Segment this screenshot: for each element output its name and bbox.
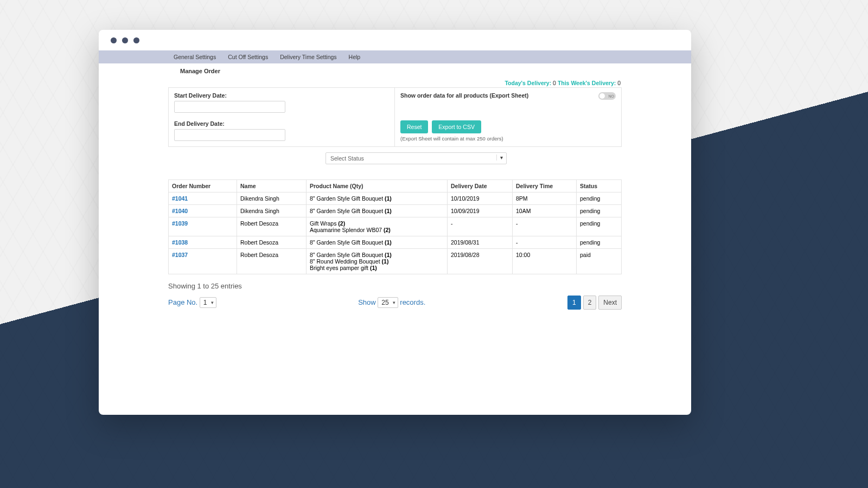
cell-status: paid: [577, 249, 622, 274]
page-button-2[interactable]: 2: [583, 296, 597, 310]
product-title: 8" Round Wedding Bouquet: [310, 258, 382, 265]
th-date: Delivery Date: [448, 180, 513, 192]
product-title: Gift Wraps: [310, 220, 338, 227]
end-date-input[interactable]: [174, 129, 285, 141]
export-note: (Export Sheet will contain at max 250 or…: [400, 136, 616, 142]
cell-date: 2019/08/31: [448, 236, 513, 249]
page-no-select[interactable]: 1: [200, 297, 216, 308]
nav-general-settings[interactable]: General Settings: [174, 54, 216, 60]
cell-status: pending: [577, 205, 622, 217]
cell-time: 8PM: [513, 192, 577, 205]
product-qty: (1): [385, 239, 392, 246]
page-no-label: Page No.: [168, 298, 197, 306]
table-row: #1040Dikendra Singh8" Garden Style Gift …: [169, 205, 622, 217]
cell-products: 8" Garden Style Gift Bouquet (1)8" Round…: [307, 249, 448, 274]
window-titlebar: [99, 30, 691, 50]
end-date-label: End Delivery Date:: [174, 120, 389, 127]
cell-products: 8" Garden Style Gift Bouquet (1): [307, 192, 448, 205]
reset-button[interactable]: Reset: [400, 120, 428, 133]
next-button[interactable]: Next: [598, 296, 622, 310]
records-label: records.: [400, 298, 425, 306]
product-title: 8" Garden Style Gift Bouquet: [310, 239, 385, 246]
entries-text: Showing 1 to 25 entries: [168, 282, 622, 290]
th-product: Product Name (Qty): [307, 180, 448, 192]
th-time: Delivery Time: [513, 180, 577, 192]
cell-date: 2019/08/28: [448, 249, 513, 274]
product-title: Aquamarine Splendor WB07: [310, 227, 384, 233]
export-toggle-label: Show order data for all products (Export…: [400, 92, 528, 99]
th-status: Status: [577, 180, 622, 192]
nav-delivery-time-settings[interactable]: Delivery Time Settings: [280, 54, 336, 60]
cell-date: 10/10/2019: [448, 192, 513, 205]
order-link[interactable]: #1039: [172, 220, 188, 227]
product-title: Bright eyes pamper gift: [310, 265, 370, 271]
today-delivery-value: 0: [553, 80, 556, 86]
th-order-number: Order Number: [169, 180, 237, 192]
app-window: General Settings Cut Off Settings Delive…: [99, 30, 691, 415]
page-title: Manage Order: [99, 63, 691, 76]
cell-date: 10/09/2019: [448, 205, 513, 217]
status-select[interactable]: Select Status: [326, 152, 507, 164]
table-row: #1038Robert Desoza8" Garden Style Gift B…: [169, 236, 622, 249]
window-dot: [133, 37, 139, 43]
order-link[interactable]: #1040: [172, 208, 188, 214]
cell-name: Robert Desoza: [237, 249, 307, 274]
product-qty: (1): [370, 265, 377, 271]
show-label: Show: [358, 298, 376, 306]
export-toggle[interactable]: NO: [598, 92, 616, 100]
cell-name: Robert Desoza: [237, 217, 307, 236]
cell-products: 8" Garden Style Gift Bouquet (1): [307, 205, 448, 217]
table-row: #1037Robert Desoza8" Garden Style Gift B…: [169, 249, 622, 274]
toggle-state-text: NO: [609, 94, 615, 98]
cell-status: pending: [577, 217, 622, 236]
cell-status: pending: [577, 236, 622, 249]
product-qty: (2): [384, 227, 391, 233]
product-title: 8" Garden Style Gift Bouquet: [310, 208, 385, 214]
window-dot: [122, 37, 128, 43]
th-name: Name: [237, 180, 307, 192]
product-title: 8" Garden Style Gift Bouquet: [310, 195, 385, 202]
product-title: 8" Garden Style Gift Bouquet: [310, 252, 385, 258]
week-delivery-value: 0: [617, 80, 621, 86]
cell-date: -: [448, 217, 513, 236]
order-link[interactable]: #1037: [172, 252, 188, 258]
delivery-summary: Today's Delivery: 0 This Week's Delivery…: [99, 76, 691, 87]
table-header-row: Order Number Name Product Name (Qty) Del…: [169, 180, 622, 192]
cell-products: 8" Garden Style Gift Bouquet (1): [307, 236, 448, 249]
start-date-label: Start Delivery Date:: [174, 92, 389, 99]
product-qty: (1): [385, 252, 392, 258]
table-footer: Showing 1 to 25 entries Page No. 1 Show …: [168, 282, 622, 310]
cell-time: -: [513, 217, 577, 236]
order-link[interactable]: #1038: [172, 239, 188, 246]
export-csv-button[interactable]: Export to CSV: [432, 120, 481, 133]
cell-name: Robert Desoza: [237, 236, 307, 249]
product-qty: (1): [382, 258, 389, 265]
cell-status: pending: [577, 192, 622, 205]
start-date-input[interactable]: [174, 101, 285, 113]
filter-panel: Start Delivery Date: End Delivery Date: …: [168, 87, 622, 147]
cell-name: Dikendra Singh: [237, 205, 307, 217]
window-dot: [111, 37, 117, 43]
filter-dates: Start Delivery Date: End Delivery Date:: [169, 88, 395, 146]
product-qty: (1): [385, 195, 392, 202]
filter-actions: Show order data for all products (Export…: [395, 88, 621, 146]
table-row: #1039Robert DesozaGift Wraps (2)Aquamari…: [169, 217, 622, 236]
today-delivery-label: Today's Delivery:: [505, 80, 551, 86]
cell-time: -: [513, 236, 577, 249]
product-qty: (2): [338, 220, 345, 227]
order-link[interactable]: #1041: [172, 195, 188, 202]
cell-products: Gift Wraps (2)Aquamarine Splendor WB07 (…: [307, 217, 448, 236]
page-button-1[interactable]: 1: [567, 296, 581, 310]
top-nav: General Settings Cut Off Settings Delive…: [99, 50, 691, 63]
show-records-select[interactable]: 25: [378, 297, 398, 308]
cell-name: Dikendra Singh: [237, 192, 307, 205]
cell-time: 10AM: [513, 205, 577, 217]
cell-time: 10:00: [513, 249, 577, 274]
orders-table: Order Number Name Product Name (Qty) Del…: [168, 179, 622, 274]
table-row: #1041Dikendra Singh8" Garden Style Gift …: [169, 192, 622, 205]
product-qty: (1): [385, 208, 392, 214]
nav-help[interactable]: Help: [349, 54, 361, 60]
status-select-placeholder: Select Status: [330, 155, 364, 162]
week-delivery-label: This Week's Delivery:: [558, 80, 616, 86]
nav-cut-off-settings[interactable]: Cut Off Settings: [228, 54, 268, 60]
